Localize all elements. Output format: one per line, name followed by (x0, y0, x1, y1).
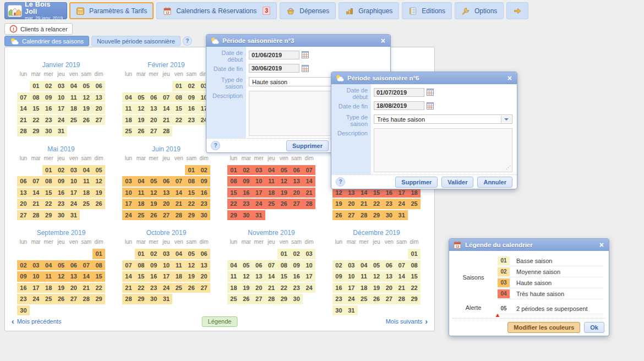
day-cell[interactable]: 03 (253, 165, 265, 176)
day-cell[interactable]: 30 (42, 126, 55, 136)
day-cell[interactable]: 15 (277, 271, 290, 282)
day-cell[interactable]: 29 (277, 294, 290, 304)
delete-button[interactable]: Supprimer (286, 140, 329, 151)
day-cell[interactable]: 03 (67, 165, 80, 176)
day-cell[interactable]: 21 (30, 199, 42, 209)
day-cell[interactable]: 18 (227, 283, 240, 293)
day-cell[interactable]: 24 (30, 294, 42, 304)
day-cell[interactable]: 30 (17, 305, 30, 316)
day-cell[interactable]: 05 (135, 92, 148, 103)
day-cell[interactable]: 20 (253, 283, 265, 293)
day-cell[interactable]: 06 (198, 249, 210, 259)
day-cell[interactable]: 04 (227, 260, 240, 271)
day-cell[interactable]: 10 (253, 176, 265, 187)
day-cell[interactable]: 25 (42, 294, 55, 304)
day-cell[interactable]: 18 (122, 115, 135, 125)
day-cell[interactable]: 21 (172, 199, 185, 209)
day-cell[interactable]: 07 (30, 176, 42, 187)
day-cell[interactable]: 23 (198, 199, 210, 209)
day-cell[interactable]: 16 (42, 103, 55, 114)
day-cell[interactable]: 11 (122, 103, 135, 114)
day-cell[interactable]: 29 (408, 294, 421, 304)
close-icon[interactable]: × (506, 74, 513, 82)
day-cell[interactable]: 15 (92, 271, 105, 282)
day-cell[interactable]: 07 (80, 260, 92, 271)
day-cell[interactable]: 05 (185, 249, 198, 259)
day-cell[interactable]: 28 (122, 294, 135, 304)
day-cell[interactable]: 30 (240, 210, 253, 221)
date-picker-icon[interactable] (427, 89, 434, 96)
help-button[interactable]: ? (183, 36, 192, 46)
ok-button[interactable]: Ok (584, 322, 604, 333)
day-cell[interactable]: 10 (160, 260, 173, 271)
day-cell[interactable]: 15 (172, 103, 185, 114)
day-cell[interactable]: 17 (30, 283, 42, 293)
day-cell[interactable]: 21 (122, 283, 135, 293)
day-cell[interactable]: 21 (80, 283, 92, 293)
day-cell[interactable]: 13 (198, 260, 210, 271)
day-cell[interactable]: 01 (92, 249, 105, 259)
day-cell[interactable]: 19 (240, 283, 253, 293)
day-cell[interactable]: 08 (92, 260, 105, 271)
day-cell[interactable]: 20 (198, 271, 210, 282)
day-cell[interactable]: 28 (80, 294, 92, 304)
close-icon[interactable]: × (380, 37, 386, 45)
day-cell[interactable]: 25 (122, 126, 135, 136)
day-cell[interactable]: 03 (160, 249, 173, 259)
day-cell[interactable]: 02 (148, 249, 160, 259)
day-cell[interactable]: 22 (135, 283, 148, 293)
day-cell[interactable]: 21 (265, 283, 278, 293)
day-cell[interactable]: 18 (42, 283, 55, 293)
day-cell[interactable]: 13 (383, 271, 395, 282)
day-cell[interactable]: 28 (358, 210, 370, 221)
day-cell[interactable]: 21 (358, 199, 370, 209)
day-cell[interactable]: 20 (17, 199, 30, 209)
day-cell[interactable]: 14 (303, 176, 315, 187)
day-cell[interactable]: 09 (198, 176, 210, 187)
day-cell[interactable]: 12 (55, 271, 68, 282)
day-cell[interactable]: 04 (265, 165, 278, 176)
day-cell[interactable]: 19 (55, 283, 68, 293)
day-cell[interactable]: 16 (17, 283, 30, 293)
day-cell[interactable]: 03 (345, 260, 358, 271)
legend-button[interactable]: Légende (202, 316, 238, 327)
day-cell[interactable]: 07 (160, 92, 173, 103)
day-cell[interactable]: 05 (277, 165, 290, 176)
day-cell[interactable]: 16 (198, 188, 210, 198)
day-cell[interactable]: 13 (92, 92, 105, 103)
dialog-header[interactable]: Période saisonnière n°6 × (331, 72, 517, 84)
day-cell[interactable]: 15 (408, 271, 421, 282)
day-cell[interactable]: 25 (135, 210, 148, 221)
day-cell[interactable]: 06 (92, 81, 105, 91)
day-cell[interactable]: 07 (172, 176, 185, 187)
day-cell[interactable]: 11 (227, 271, 240, 282)
day-cell[interactable]: 08 (227, 176, 240, 187)
day-cell[interactable]: 31 (345, 305, 358, 316)
day-cell[interactable]: 03 (55, 81, 68, 91)
day-cell[interactable]: 14 (395, 271, 408, 282)
day-cell[interactable]: 06 (67, 260, 80, 271)
day-cell[interactable]: 22 (227, 199, 240, 209)
day-cell[interactable]: 19 (370, 283, 383, 293)
help-button[interactable]: ? (336, 177, 345, 187)
day-cell[interactable]: 22 (92, 283, 105, 293)
day-cell[interactable]: 09 (148, 260, 160, 271)
tab-parametres-tarifs[interactable]: Paramètres & Tarifs (69, 2, 154, 19)
day-cell[interactable]: 18 (358, 283, 370, 293)
day-cell[interactable]: 27 (148, 126, 160, 136)
day-cell[interactable]: 18 (80, 188, 92, 198)
day-cell[interactable]: 09 (55, 176, 68, 187)
cancel-button[interactable]: Annuler (477, 177, 512, 188)
season-type-select[interactable]: Très haute saison (374, 114, 512, 124)
day-cell[interactable]: 19 (185, 271, 198, 282)
day-cell[interactable]: 23 (55, 199, 68, 209)
day-cell[interactable]: 25 (408, 199, 421, 209)
day-cell[interactable]: 15 (42, 188, 55, 198)
day-cell[interactable]: 27 (198, 283, 210, 293)
day-cell[interactable]: 14 (160, 103, 173, 114)
day-cell[interactable]: 24 (395, 199, 408, 209)
tab-options[interactable]: Options (455, 2, 504, 19)
validate-button[interactable]: Valider (441, 177, 473, 188)
day-cell[interactable]: 25 (265, 199, 278, 209)
day-cell[interactable]: 29 (135, 294, 148, 304)
